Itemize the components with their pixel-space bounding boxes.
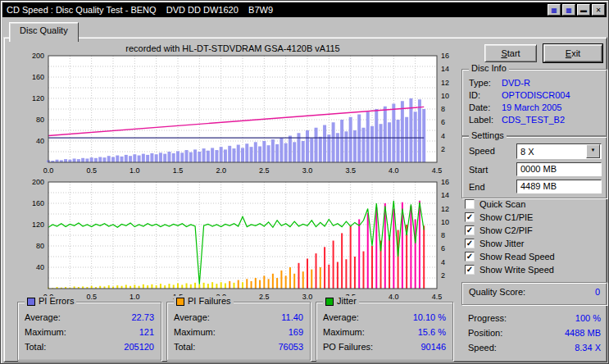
disc-label-label: Label: — [469, 115, 493, 125]
tab-disc-quality[interactable]: Disc Quality — [9, 22, 79, 42]
chevron-down-icon[interactable]: ▼ — [586, 144, 600, 158]
svg-text:4.5: 4.5 — [432, 166, 443, 175]
pi-failures-swatch — [176, 298, 184, 306]
disc-label-value: CDS_TEST_B2 — [502, 115, 565, 125]
pi-errors-title: PI Errors — [39, 296, 74, 307]
pi-errors-swatch — [27, 298, 35, 306]
disc-info-title: Disc Info — [469, 63, 509, 74]
show-read-speed-label: Show Read Speed — [479, 252, 555, 262]
show-c2-pif-label: Show C2/PIF — [479, 225, 533, 235]
svg-text:120: 120 — [32, 221, 44, 229]
quick-scan-label: Quick Scan — [479, 199, 525, 209]
quality-score-value: 0 — [595, 287, 600, 297]
speed-readout-value: 8.34 X — [575, 343, 601, 353]
jitter-panel: Jitter Average:10.10 % Maximum:15.6 % PO… — [316, 302, 453, 361]
speed-selected-value: 8 X — [517, 147, 586, 157]
pi-errors-chart: 40801201602002468101214160.00.51.01.52.0… — [17, 52, 461, 175]
svg-text:6: 6 — [441, 244, 445, 253]
svg-text:3.5: 3.5 — [345, 166, 356, 175]
graph-icon[interactable]: ▦ — [548, 4, 561, 16]
progress-row: Progress: 100 % — [461, 313, 606, 323]
start-position-field[interactable]: 0000 MB — [516, 162, 602, 176]
svg-text:2.5: 2.5 — [259, 293, 270, 301]
svg-text:4.0: 4.0 — [389, 293, 399, 301]
svg-text:2.5: 2.5 — [259, 166, 270, 175]
svg-text:0.5: 0.5 — [86, 166, 97, 175]
svg-text:12: 12 — [441, 79, 449, 87]
svg-text:2: 2 — [441, 145, 445, 153]
svg-text:6: 6 — [441, 118, 445, 126]
position-value: 4488 MB — [565, 328, 601, 338]
svg-text:12: 12 — [441, 205, 449, 213]
svg-text:160: 160 — [32, 73, 44, 81]
quality-score-label: Quality Score: — [469, 287, 525, 297]
disc-date-label: Date: — [469, 102, 490, 112]
show-c1-pie-label: Show C1/PIE — [479, 212, 533, 222]
position-label: Position: — [468, 328, 502, 338]
show-write-speed-option: ✓ Show Write Speed — [465, 264, 554, 275]
show-jitter-option: ✓ Show Jitter — [465, 238, 524, 249]
speed-label: Speed — [469, 146, 495, 156]
svg-text:40: 40 — [36, 137, 44, 145]
svg-text:4: 4 — [441, 132, 445, 140]
svg-text:4: 4 — [441, 258, 445, 266]
app-window: CD Speed : Disc Quality Test - BENQ DVD … — [0, 0, 609, 364]
quick-scan-checkbox[interactable] — [465, 199, 475, 209]
svg-text:1.5: 1.5 — [173, 166, 184, 175]
start-label: Start — [469, 165, 488, 175]
window-title: CD Speed : Disc Quality Test - BENQ DVD … — [7, 5, 273, 15]
pi-failures-title: PI Failures — [188, 296, 231, 307]
show-read-speed-option: ✓ Show Read Speed — [465, 251, 555, 262]
show-write-speed-label: Show Write Speed — [479, 265, 554, 275]
progress-value: 100 % — [575, 313, 601, 323]
svg-text:120: 120 — [32, 94, 44, 102]
progress-label: Progress: — [468, 313, 507, 323]
titlebar: CD Speed : Disc Quality Test - BENQ DVD … — [2, 2, 607, 17]
svg-text:16: 16 — [441, 179, 449, 186]
show-c2-pif-option: ✓ Show C2/PIF — [465, 225, 533, 236]
show-c1-pie-checkbox[interactable]: ✓ — [465, 212, 475, 222]
show-jitter-checkbox[interactable]: ✓ — [465, 239, 475, 248]
grid-icon[interactable]: ▦ — [562, 4, 575, 16]
minimize-button[interactable]: ▬ — [577, 4, 590, 16]
content-pane: recorded with HL-DT-STDVDRAM GSA-4120B v… — [3, 37, 607, 362]
svg-text:2: 2 — [441, 271, 445, 280]
svg-text:3.0: 3.0 — [302, 293, 313, 301]
svg-text:1.0: 1.0 — [130, 166, 140, 175]
disc-info-group: Disc Info Type: DVD-R ID: OPTODISCR004 D… — [461, 69, 607, 136]
pi-failures-panel: PI Failures Average:11.40 Maximum:169 To… — [166, 302, 311, 361]
svg-text:0.5: 0.5 — [86, 293, 97, 301]
disc-id-label: ID: — [469, 90, 480, 100]
show-read-speed-checkbox[interactable]: ✓ — [465, 252, 475, 262]
end-position-field[interactable]: 4489 MB — [516, 180, 602, 193]
speed-readout-label: Speed: — [468, 343, 497, 353]
svg-text:8: 8 — [441, 231, 445, 239]
disc-type-value: DVD-R — [502, 78, 530, 88]
svg-text:40: 40 — [36, 263, 44, 271]
svg-text:14: 14 — [441, 191, 449, 199]
svg-text:14: 14 — [441, 65, 449, 73]
end-label: End — [469, 182, 485, 192]
close-button[interactable]: ✕ — [592, 4, 605, 16]
settings-group: Settings Speed 8 X ▼ Start 0000 MB End 4… — [461, 136, 607, 198]
exit-button[interactable]: Exit — [543, 44, 602, 62]
start-button[interactable]: Start — [484, 44, 537, 62]
show-write-speed-checkbox[interactable]: ✓ — [465, 265, 475, 275]
show-c2-pif-checkbox[interactable]: ✓ — [465, 225, 475, 235]
disc-type-label: Type: — [469, 78, 491, 88]
svg-text:1.0: 1.0 — [130, 293, 140, 301]
svg-text:10: 10 — [441, 92, 449, 100]
svg-text:4.0: 4.0 — [389, 166, 399, 175]
quality-score-group: Quality Score: 0 — [461, 282, 607, 305]
titlebar-buttons: ▦ ▦ ▬ ✕ — [548, 4, 607, 16]
svg-text:3.0: 3.0 — [302, 166, 313, 175]
quick-scan-option: Quick Scan — [465, 198, 525, 210]
svg-text:2.0: 2.0 — [216, 166, 226, 175]
speed-select[interactable]: 8 X ▼ — [516, 143, 602, 159]
svg-text:10: 10 — [441, 218, 449, 226]
svg-text:16: 16 — [441, 52, 449, 60]
pi-failures-jitter-chart: 40801201602002468101214160.00.51.01.52.0… — [17, 179, 461, 302]
svg-text:0.0: 0.0 — [43, 166, 54, 175]
settings-title: Settings — [469, 130, 507, 141]
svg-text:80: 80 — [36, 116, 44, 124]
